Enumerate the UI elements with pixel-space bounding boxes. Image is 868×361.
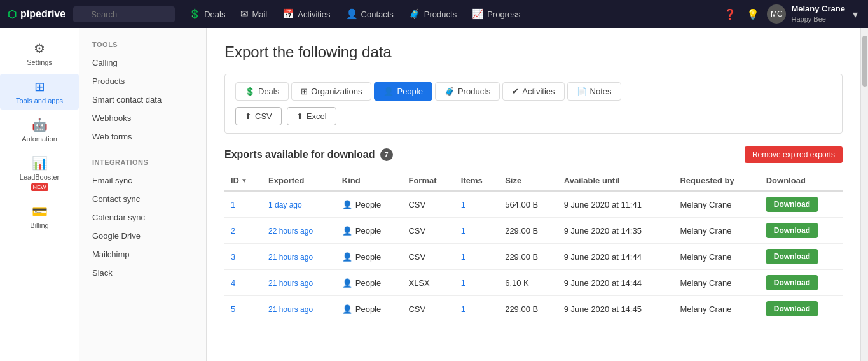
nav-deals-label: Deals: [204, 10, 225, 19]
mail-icon: ✉: [240, 8, 249, 20]
tab-people[interactable]: 👤 People: [374, 82, 432, 101]
search-input[interactable]: [73, 6, 175, 22]
nav-mail-label: Mail: [252, 10, 267, 19]
sidebar-item-tools[interactable]: ⊞ Tools and apps: [0, 74, 79, 110]
tab-activities[interactable]: ✔ Activities: [502, 82, 564, 101]
table-header-row: ID ▼ Exported Kind Format Items Size Ava…: [224, 171, 843, 191]
kind-icon: 👤: [342, 304, 352, 314]
help-icon[interactable]: ❓: [721, 8, 739, 20]
sidebar-item-settings[interactable]: ⚙ Settings: [0, 36, 79, 71]
cell-kind: 👤People: [336, 218, 403, 244]
automation-icon: 🤖: [32, 117, 48, 132]
kind-label: People: [355, 278, 381, 288]
items-link[interactable]: 1: [461, 200, 465, 209]
tools-link-calendar-sync[interactable]: Calendar sync: [79, 208, 206, 227]
kind-icon: 👤: [342, 252, 352, 262]
cell-requested-by: Melany Crane: [673, 270, 759, 296]
download-button[interactable]: Download: [766, 197, 818, 212]
download-button[interactable]: Download: [766, 301, 818, 316]
main-layout: ⚙ Settings ⊞ Tools and apps 🤖 Automation…: [0, 28, 868, 361]
tools-link-calling[interactable]: Calling: [79, 53, 206, 72]
table-row: 1 1 day ago 👤People CSV 1 564.00 B 9 Jun…: [224, 191, 843, 218]
nav-mail[interactable]: ✉ Mail: [234, 0, 273, 28]
app-logo[interactable]: ⬡ pipedrive: [8, 8, 65, 20]
nav-products[interactable]: 🧳 Products: [403, 0, 463, 28]
exported-time: 21 hours ago: [268, 253, 313, 262]
exports-title: Exports available for download 7: [224, 148, 393, 161]
id-link[interactable]: 4: [231, 278, 235, 288]
bulb-icon[interactable]: 💡: [744, 8, 762, 20]
tools-link-email-sync[interactable]: Email sync: [79, 171, 206, 190]
tools-link-mailchimp[interactable]: Mailchimp: [79, 245, 206, 264]
sidebar-item-automation[interactable]: 🤖 Automation: [0, 112, 79, 148]
download-button[interactable]: Download: [766, 223, 818, 238]
download-button[interactable]: Download: [766, 275, 818, 290]
cell-available-until: 9 June 2020 at 14:44: [558, 270, 674, 296]
notes-tab-icon: 📄: [577, 87, 587, 96]
nav-deals[interactable]: 💲 Deals: [183, 0, 231, 28]
sort-icon: ▼: [241, 177, 247, 184]
scrollbar[interactable]: [860, 28, 868, 361]
cell-id: 3: [224, 244, 262, 270]
csv-button[interactable]: ⬆ CSV: [235, 107, 282, 125]
exported-time: 1 day ago: [268, 201, 302, 209]
avatar: MC: [767, 4, 786, 24]
cell-available-until: 9 June 2020 at 14:45: [558, 296, 674, 322]
id-link[interactable]: 5: [231, 304, 235, 314]
tools-menu: TOOLS Calling Products Smart contact dat…: [79, 28, 207, 361]
nav-progress[interactable]: 📈 Progress: [465, 0, 527, 28]
tab-deals[interactable]: 💲 Deals: [235, 82, 289, 101]
items-link[interactable]: 1: [461, 304, 465, 314]
search-wrapper: 🔍: [73, 6, 175, 22]
billing-icon: 💳: [32, 204, 48, 219]
excel-button[interactable]: ⬆ Excel: [287, 107, 336, 125]
id-link[interactable]: 1: [231, 200, 235, 209]
col-format: Format: [402, 171, 454, 191]
people-tab-icon: 👤: [383, 87, 394, 96]
tab-products[interactable]: 🧳 Products: [435, 82, 500, 101]
sidebar-settings-label: Settings: [27, 59, 52, 66]
id-link[interactable]: 3: [231, 252, 235, 262]
remove-expired-button[interactable]: Remove expired exports: [745, 146, 843, 163]
items-link[interactable]: 1: [461, 278, 465, 288]
cell-kind: 👤People: [336, 296, 403, 322]
nav-contacts[interactable]: 👤 Contacts: [340, 0, 400, 28]
table-row: 4 21 hours ago 👤People XLSX 1 6.10 K 9 J…: [224, 270, 843, 296]
cell-size: 6.10 K: [499, 270, 558, 296]
left-sidebar: ⚙ Settings ⊞ Tools and apps 🤖 Automation…: [0, 28, 79, 361]
sidebar-billing-label: Billing: [30, 222, 48, 229]
cell-available-until: 9 June 2020 at 14:44: [558, 244, 674, 270]
cell-download: Download: [760, 296, 843, 322]
tools-link-smart-contact[interactable]: Smart contact data: [79, 90, 206, 109]
tab-notes[interactable]: 📄 Notes: [567, 82, 621, 101]
cell-available-until: 9 June 2020 at 14:35: [558, 218, 674, 244]
tab-organizations[interactable]: ⊞ Organizations: [291, 82, 371, 101]
tools-link-products[interactable]: Products: [79, 72, 206, 90]
id-link[interactable]: 2: [231, 226, 235, 236]
col-requested-by: Requested by: [673, 171, 759, 191]
download-button[interactable]: Download: [766, 249, 818, 264]
table-row: 5 21 hours ago 👤People CSV 1 229.00 B 9 …: [224, 296, 843, 322]
tab-notes-label: Notes: [590, 87, 612, 96]
main-content: Export the following data 💲 Deals ⊞ Orga…: [207, 28, 860, 361]
nav-activities[interactable]: 📅 Activities: [276, 0, 336, 28]
tools-link-webforms[interactable]: Web forms: [79, 127, 206, 146]
col-items: Items: [455, 171, 499, 191]
tools-link-slack[interactable]: Slack: [79, 264, 206, 282]
tools-link-google-drive[interactable]: Google Drive: [79, 227, 206, 245]
sidebar-item-billing[interactable]: 💳 Billing: [0, 199, 79, 234]
cell-items: 1: [455, 191, 499, 218]
user-dropdown-icon[interactable]: ▾: [850, 8, 860, 20]
tools-link-contact-sync[interactable]: Contact sync: [79, 190, 206, 208]
id-sort[interactable]: ID ▼: [231, 176, 256, 185]
items-link[interactable]: 1: [461, 226, 465, 236]
sidebar-item-leadbooster[interactable]: 📊 LeadBooster NEW: [0, 150, 79, 196]
tab-products-label: Products: [458, 87, 490, 96]
cell-available-until: 9 June 2020 at 11:41: [558, 191, 674, 218]
format-buttons-row: ⬆ CSV ⬆ Excel: [235, 107, 832, 125]
scrollbar-thumb[interactable]: [862, 36, 867, 87]
cell-size: 229.00 B: [499, 244, 558, 270]
settings-icon: ⚙: [34, 41, 45, 56]
items-link[interactable]: 1: [461, 252, 465, 262]
tools-link-webhooks[interactable]: Webhooks: [79, 109, 206, 127]
